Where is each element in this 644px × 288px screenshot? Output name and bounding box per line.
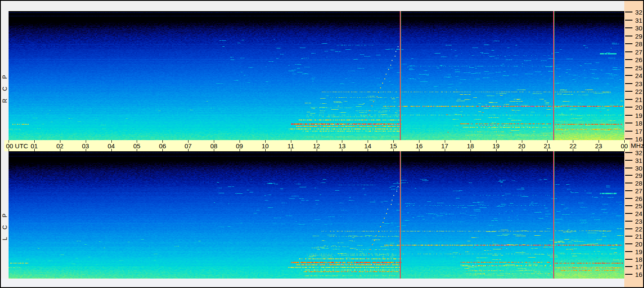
freq-tick bbox=[625, 20, 632, 21]
time-label: 19 bbox=[492, 142, 500, 150]
freq-label: 28 bbox=[633, 40, 642, 48]
freq-label: 25 bbox=[633, 64, 642, 71]
time-label: 17 bbox=[441, 142, 449, 150]
freq-tick bbox=[625, 198, 632, 199]
time-label: 12 bbox=[313, 142, 320, 150]
freq-tick bbox=[625, 152, 632, 153]
freq-tick bbox=[625, 67, 632, 68]
freq-tick bbox=[625, 205, 632, 206]
freq-tick bbox=[625, 138, 632, 139]
freq-label: 30 bbox=[633, 164, 642, 171]
freq-tick bbox=[625, 107, 632, 108]
freq-label: 18 bbox=[633, 255, 642, 263]
freq-label: 20 bbox=[633, 104, 642, 111]
time-label: 10 bbox=[261, 142, 269, 150]
time-label: 15 bbox=[390, 142, 397, 150]
freq-label: 29 bbox=[633, 32, 642, 39]
freq-label: 19 bbox=[633, 248, 642, 255]
rcp-spectrogram-canvas[interactable] bbox=[9, 11, 624, 140]
freq-label: 31 bbox=[633, 16, 642, 24]
time-label: 13 bbox=[338, 142, 346, 150]
spectrograph-window: AJ4CO Observatory 09 Oct 2017 - DPS on T… bbox=[0, 0, 644, 288]
freq-label: 22 bbox=[633, 88, 642, 95]
freq-label: 25 bbox=[633, 202, 642, 210]
time-label: 23 bbox=[595, 142, 602, 150]
time-label: 09 bbox=[236, 142, 243, 150]
time-label: 22 bbox=[569, 142, 577, 150]
freq-label: 30 bbox=[633, 24, 642, 32]
freq-tick bbox=[625, 51, 632, 52]
freq-label: 17 bbox=[633, 263, 642, 270]
time-label: 06 bbox=[159, 142, 166, 150]
freq-tick bbox=[625, 168, 632, 168]
time-label: 03 bbox=[82, 142, 89, 150]
time-label: 00 bbox=[621, 142, 628, 150]
freq-tick bbox=[625, 59, 632, 60]
freq-tick bbox=[625, 123, 632, 123]
freq-label: 27 bbox=[633, 187, 642, 194]
freq-label: 29 bbox=[633, 172, 642, 179]
freq-label: 16 bbox=[633, 271, 642, 278]
freq-label: 32 bbox=[633, 9, 642, 16]
freq-label: 27 bbox=[633, 48, 642, 55]
freq-label: 23 bbox=[633, 217, 642, 225]
freq-label: 20 bbox=[633, 240, 642, 248]
freq-tick bbox=[625, 43, 632, 44]
freq-tick bbox=[625, 91, 632, 92]
time-label: 21 bbox=[544, 142, 551, 150]
time-label: 18 bbox=[467, 142, 474, 150]
freq-tick bbox=[625, 251, 632, 252]
freq-label: 28 bbox=[633, 180, 642, 187]
lcp-spectrogram-canvas[interactable] bbox=[9, 151, 624, 279]
freq-tick bbox=[625, 83, 632, 84]
freq-tick bbox=[625, 36, 632, 36]
freq-label: 31 bbox=[633, 156, 642, 164]
freq-tick bbox=[625, 160, 632, 161]
freq-label: 23 bbox=[633, 80, 642, 87]
freq-tick bbox=[625, 27, 632, 28]
freq-label: 21 bbox=[633, 233, 642, 240]
time-label: 02 bbox=[56, 142, 63, 150]
lcp-polarization-label: L C P bbox=[1, 210, 8, 240]
freq-tick bbox=[625, 213, 632, 214]
freq-tick bbox=[625, 221, 632, 222]
time-label: 11 bbox=[288, 142, 294, 150]
frequency-unit-label: MHz bbox=[631, 142, 644, 149]
freq-tick bbox=[625, 259, 632, 260]
freq-tick bbox=[625, 183, 632, 183]
freq-tick bbox=[625, 75, 632, 76]
rcp-polarization-label: R C P bbox=[1, 72, 8, 103]
title-bar: AJ4CO Observatory 09 Oct 2017 - DPS on T… bbox=[1, 1, 624, 11]
bottom-margin bbox=[1, 279, 624, 287]
freq-tick bbox=[625, 12, 632, 12]
freq-label: 19 bbox=[633, 111, 642, 119]
freq-label: 21 bbox=[633, 96, 642, 103]
time-label: 16 bbox=[416, 142, 423, 150]
freq-label: 26 bbox=[633, 195, 642, 202]
freq-tick bbox=[625, 115, 632, 116]
freq-tick bbox=[625, 175, 632, 176]
time-label: 14 bbox=[364, 142, 371, 150]
time-label: 04 bbox=[108, 142, 115, 150]
time-label: 05 bbox=[133, 142, 141, 150]
time-label: 07 bbox=[185, 142, 192, 150]
freq-tick bbox=[625, 131, 632, 132]
freq-tick bbox=[625, 274, 632, 275]
freq-label: 24 bbox=[633, 210, 642, 217]
freq-label: 32 bbox=[633, 149, 642, 156]
freq-label: 16 bbox=[633, 135, 642, 143]
freq-tick bbox=[625, 266, 632, 267]
time-label: 20 bbox=[518, 142, 525, 150]
freq-tick bbox=[625, 243, 632, 244]
freq-tick bbox=[625, 228, 632, 229]
time-label: 01 bbox=[31, 142, 38, 150]
time-axis-band: 00 UTC0102030405060708091011121314151617… bbox=[4, 140, 629, 151]
freq-label: 18 bbox=[633, 120, 642, 127]
freq-label: 26 bbox=[633, 56, 642, 63]
freq-label: 22 bbox=[633, 225, 642, 232]
freq-label: 17 bbox=[633, 127, 642, 135]
time-label: 08 bbox=[210, 142, 218, 150]
freq-tick bbox=[625, 99, 632, 100]
freq-tick bbox=[625, 236, 632, 237]
freq-tick bbox=[625, 190, 632, 191]
